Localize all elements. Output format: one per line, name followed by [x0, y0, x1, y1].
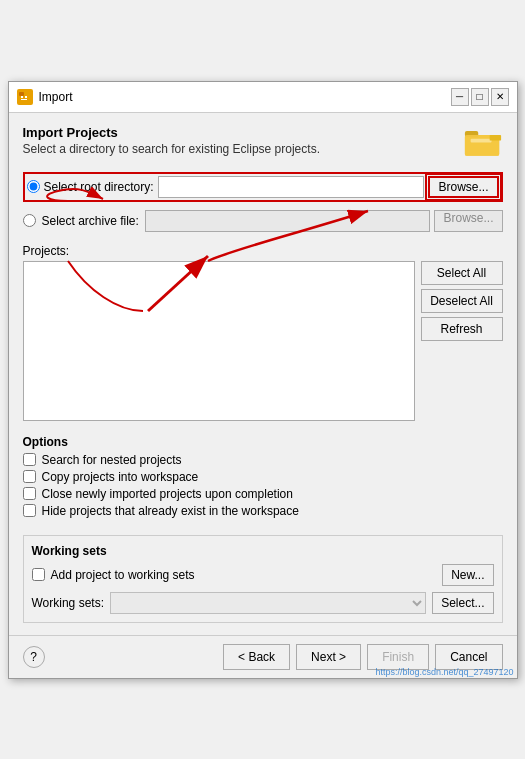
window-title: Import: [39, 90, 73, 104]
close-projects-label: Close newly imported projects upon compl…: [42, 487, 293, 501]
working-sets-input-row: Working sets: Select...: [32, 592, 494, 614]
new-working-set-button[interactable]: New...: [442, 564, 493, 586]
cancel-button[interactable]: Cancel: [435, 644, 502, 670]
close-button[interactable]: ✕: [491, 88, 509, 106]
hide-projects-label: Hide projects that already exist in the …: [42, 504, 299, 518]
refresh-button[interactable]: Refresh: [421, 317, 503, 341]
select-working-sets-button[interactable]: Select...: [432, 592, 493, 614]
svg-rect-2: [21, 96, 23, 98]
checkbox-close: Close newly imported projects upon compl…: [23, 487, 503, 501]
svg-rect-8: [470, 138, 491, 142]
archive-file-label[interactable]: Select archive file:: [42, 214, 139, 228]
svg-rect-3: [25, 96, 27, 98]
footer: ? < Back Next > Finish Cancel: [9, 635, 517, 678]
root-directory-row: Select root directory: Browse...: [23, 172, 503, 202]
archive-file-row: Select archive file: Browse...: [23, 210, 503, 232]
folder-icon: [463, 125, 503, 160]
root-directory-label[interactable]: Select root directory:: [44, 180, 154, 194]
checkbox-copy: Copy projects into workspace: [23, 470, 503, 484]
add-working-sets-label[interactable]: Add project to working sets: [51, 568, 195, 582]
projects-list: [23, 261, 415, 421]
window-icon: [17, 89, 33, 105]
options-title: Options: [23, 435, 503, 449]
projects-buttons: Select All Deselect All Refresh: [421, 261, 503, 421]
help-button[interactable]: ?: [23, 646, 45, 668]
root-directory-input[interactable]: [158, 176, 425, 198]
options-section: Options Search for nested projects Copy …: [23, 435, 503, 521]
copy-projects-checkbox[interactable]: [23, 470, 36, 483]
minimize-button[interactable]: ─: [451, 88, 469, 106]
back-button[interactable]: < Back: [223, 644, 290, 670]
nested-projects-checkbox[interactable]: [23, 453, 36, 466]
hide-projects-checkbox[interactable]: [23, 504, 36, 517]
browse-root-button[interactable]: Browse...: [428, 176, 498, 198]
root-directory-radio[interactable]: [27, 180, 40, 193]
checkbox-nested: Search for nested projects: [23, 453, 503, 467]
add-working-sets-checkbox[interactable]: [32, 568, 45, 581]
footer-buttons: < Back Next > Finish Cancel: [223, 644, 502, 670]
title-bar: Import ─ □ ✕: [9, 82, 517, 113]
radio-section: Select root directory: Browse... Select …: [23, 172, 503, 232]
projects-section: Projects: Select All Deselect All Refres…: [23, 244, 503, 421]
close-projects-checkbox[interactable]: [23, 487, 36, 500]
browse-archive-button: Browse...: [434, 210, 502, 232]
maximize-button[interactable]: □: [471, 88, 489, 106]
copy-projects-label: Copy projects into workspace: [42, 470, 199, 484]
svg-rect-4: [21, 99, 27, 100]
checkbox-hide: Hide projects that already exist in the …: [23, 504, 503, 518]
projects-label: Projects:: [23, 244, 503, 258]
svg-rect-9: [489, 134, 500, 140]
title-controls: ─ □ ✕: [451, 88, 509, 106]
page-title: Import Projects: [23, 125, 455, 140]
add-to-working-sets-row: Add project to working sets New...: [32, 564, 494, 586]
page-subtitle: Select a directory to search for existin…: [23, 142, 455, 156]
working-sets-combobox: [110, 592, 426, 614]
select-all-button[interactable]: Select All: [421, 261, 503, 285]
deselect-all-button[interactable]: Deselect All: [421, 289, 503, 313]
nested-projects-label: Search for nested projects: [42, 453, 182, 467]
next-button[interactable]: Next >: [296, 644, 361, 670]
working-sets-label: Working sets:: [32, 596, 104, 610]
working-sets-section: Working sets Add project to working sets…: [23, 535, 503, 623]
archive-file-input: [145, 210, 431, 232]
working-sets-title: Working sets: [32, 544, 494, 558]
svg-rect-1: [19, 92, 24, 96]
header-section: Import Projects Select a directory to se…: [23, 125, 503, 160]
archive-file-radio[interactable]: [23, 214, 36, 227]
finish-button: Finish: [367, 644, 429, 670]
